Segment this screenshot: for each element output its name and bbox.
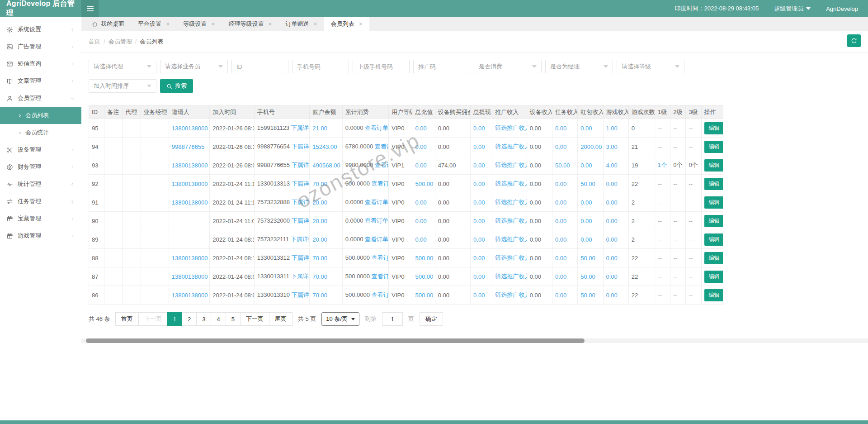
edit-button[interactable]: 编辑	[704, 233, 723, 246]
cell-link[interactable]: 0.00	[415, 143, 426, 150]
sidebar-item-财务管理[interactable]: 财务管理	[0, 158, 81, 176]
cell-link[interactable]: 0.00	[473, 292, 485, 299]
username[interactable]: AgriDevelop	[826, 5, 858, 12]
edit-button[interactable]: 编辑	[704, 215, 723, 227]
edit-button[interactable]: 编辑	[704, 159, 723, 172]
promo-income-filter-link[interactable]: 筛选推广收入	[495, 291, 527, 298]
close-icon[interactable]: ×	[211, 21, 215, 27]
sidebar-subitem-会员统计[interactable]: ›会员统计	[0, 124, 81, 141]
edit-button[interactable]: 编辑	[704, 122, 723, 134]
cell-link[interactable]: 500.00	[415, 273, 433, 280]
cell-link[interactable]: 0.00	[606, 236, 618, 243]
cell-link[interactable]: 0.00	[555, 199, 566, 206]
promo-income-filter-link[interactable]: 筛选推广收入	[495, 180, 527, 187]
cell-link[interactable]: 0.00	[555, 255, 566, 262]
cell-link[interactable]: 0.00	[473, 255, 485, 262]
tab-会员列表[interactable]: 会员列表×	[324, 17, 369, 31]
cell-link[interactable]: 13800138000	[172, 125, 208, 132]
sidebar-item-文章管理[interactable]: 文章管理	[0, 72, 81, 90]
cell-link[interactable]: 13800138000	[172, 292, 208, 299]
tab-订单赠送[interactable]: 订单赠送×	[279, 17, 324, 31]
cell-link[interactable]: 0.00	[473, 181, 485, 187]
cell-link[interactable]: 13800138000	[172, 162, 208, 169]
filter-select-请选择代理[interactable]: 请选择代理	[89, 60, 156, 73]
cell-link[interactable]: 50.00	[580, 181, 595, 187]
subordinate-detail-link[interactable]: 下属详细	[292, 291, 310, 298]
edit-button[interactable]: 编辑	[704, 289, 723, 301]
view-orders-link[interactable]: 查看订单	[372, 273, 389, 280]
promo-income-filter-link[interactable]: 筛选推广收入	[495, 254, 527, 261]
sidebar-item-宝藏管理[interactable]: 宝藏管理	[0, 210, 81, 227]
pagination-page-5[interactable]: 5	[226, 312, 241, 326]
sort-select[interactable]: 加入时间排序	[89, 79, 156, 93]
cell-link[interactable]: 20.00	[312, 199, 327, 206]
breadcrumb-home[interactable]: 首页	[89, 38, 100, 45]
subordinate-detail-link[interactable]: 下属详细	[291, 124, 310, 131]
cell-link[interactable]: 0.00	[606, 199, 618, 206]
sidebar-item-游戏管理[interactable]: 游戏管理	[0, 227, 81, 244]
cell-link[interactable]: 0.00	[473, 236, 485, 243]
scrollbar-thumb[interactable]	[86, 338, 585, 343]
cell-link[interactable]: 0.00	[580, 218, 592, 224]
goto-page-input[interactable]	[382, 312, 403, 326]
cell-link[interactable]: 70.00	[312, 255, 327, 262]
sidebar-item-设备管理[interactable]: 设备管理	[0, 141, 81, 158]
filter-select-是否为经理[interactable]: 是否为经理	[545, 60, 613, 73]
subordinate-detail-link[interactable]: 下属详细	[292, 180, 310, 187]
cell-link[interactable]: 0.00	[555, 273, 566, 280]
subordinate-detail-link[interactable]: 下属详细	[292, 143, 310, 150]
sidebar-item-广告管理[interactable]: 广告管理	[0, 38, 81, 55]
close-icon[interactable]: ×	[166, 21, 170, 27]
pagination-prev-button[interactable]: 上一页	[138, 312, 168, 326]
filter-input-推广码[interactable]	[413, 60, 470, 73]
cell-link[interactable]: 0.00	[473, 125, 485, 132]
tab-平台设置[interactable]: 平台设置×	[131, 17, 176, 31]
pagination-next-button[interactable]: 下一页	[240, 312, 269, 326]
cell-link[interactable]: 13800138000	[172, 273, 208, 280]
cell-link[interactable]: 0.00	[580, 199, 592, 206]
pagination-page-1[interactable]: 1	[167, 312, 182, 326]
subordinate-detail-link[interactable]: 下属详细	[292, 254, 310, 261]
cell-link[interactable]: 0.00	[580, 236, 592, 243]
promo-income-filter-link[interactable]: 筛选推广收入	[495, 143, 527, 150]
view-orders-link[interactable]: 查看订单	[365, 236, 388, 243]
promo-income-filter-link[interactable]: 筛选推广收入	[495, 124, 527, 131]
promo-income-filter-link[interactable]: 筛选推广收入	[495, 236, 527, 243]
cell-link[interactable]: 9988776655	[172, 143, 204, 150]
view-orders-link[interactable]: 查看订单	[365, 124, 388, 131]
cell-link[interactable]: 0.00	[606, 255, 618, 262]
promo-income-filter-link[interactable]: 筛选推广收入	[495, 199, 527, 205]
view-orders-link[interactable]: 查看订单	[375, 143, 389, 150]
promo-income-filter-link[interactable]: 筛选推广收入	[495, 273, 527, 280]
cell-link[interactable]: 4.00	[606, 162, 618, 169]
cell-link[interactable]: 0.00	[555, 236, 566, 243]
cell-link[interactable]: 21.00	[312, 125, 327, 132]
cell-link[interactable]: 70.00	[312, 273, 327, 280]
cell-link[interactable]: 70.00	[312, 181, 327, 187]
cell-link[interactable]: 13800138000	[172, 255, 208, 262]
sidebar-item-会员管理[interactable]: 会员管理	[0, 90, 81, 107]
cell-link[interactable]: 50.00	[555, 162, 570, 169]
cell-link[interactable]: 0.00	[606, 292, 618, 299]
view-orders-link[interactable]: 查看订单	[372, 291, 389, 298]
subordinate-detail-link[interactable]: 下属详细	[292, 217, 310, 224]
role-dropdown[interactable]: 超级管理员	[774, 5, 811, 13]
pagination-page-2[interactable]: 2	[182, 312, 197, 326]
cell-link[interactable]: 1.00	[606, 125, 618, 132]
close-icon[interactable]: ×	[268, 21, 272, 27]
cell-link[interactable]: 0.00	[473, 199, 485, 206]
cell-link[interactable]: 0.00	[415, 199, 426, 206]
cell-link[interactable]: 500.00	[415, 255, 433, 262]
edit-button[interactable]: 编辑	[704, 271, 723, 283]
subordinate-detail-link[interactable]: 下属详细	[291, 236, 310, 243]
sidebar-item-系统设置[interactable]: 系统设置	[0, 21, 81, 38]
goto-confirm-button[interactable]: 确定	[420, 312, 443, 326]
cell-link[interactable]: 490568.00	[312, 162, 340, 169]
close-icon[interactable]: ×	[359, 21, 363, 27]
cell-link[interactable]: 20.00	[312, 218, 327, 224]
sidebar-subitem-会员列表[interactable]: ›会员列表	[0, 107, 81, 124]
cell-link[interactable]: 0.00	[580, 162, 592, 169]
pagination-first-button[interactable]: 首页	[115, 312, 139, 326]
cell-link[interactable]: 0.00	[473, 143, 485, 150]
edit-button[interactable]: 编辑	[704, 196, 723, 209]
